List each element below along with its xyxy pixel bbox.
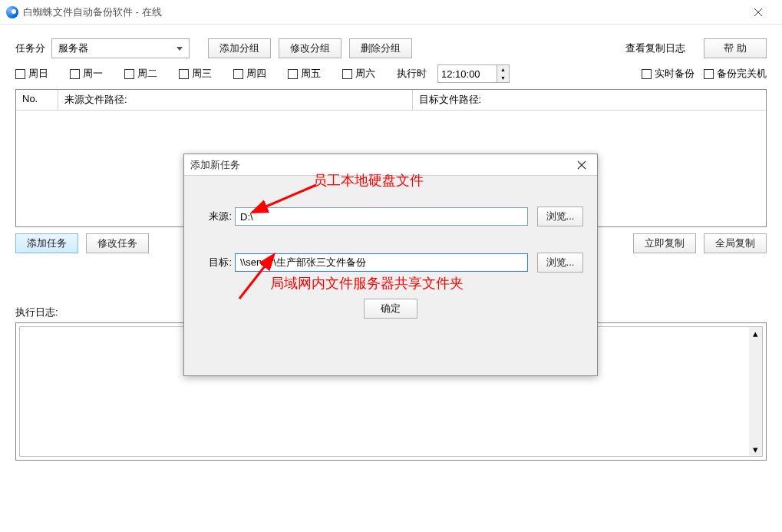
table-header: No. 来源文件路径: 目标文件路径: (16, 90, 766, 111)
add-task-button[interactable]: 添加任务 (15, 233, 78, 253)
target-label: 目标: (198, 256, 232, 269)
global-copy-button[interactable]: 全局复制 (704, 233, 767, 253)
dialog-ok-button[interactable]: 确定 (364, 299, 417, 319)
help-button[interactable]: 帮 助 (704, 38, 767, 58)
col-target-path[interactable]: 目标文件路径: (413, 90, 767, 111)
modify-task-button[interactable]: 修改任务 (86, 233, 149, 253)
titlebar: 白蜘蛛文件自动备份软件 - 在线 (0, 0, 782, 25)
modify-group-button[interactable]: 修改分组 (279, 38, 342, 58)
spinner-down-icon[interactable]: ▼ (497, 74, 509, 82)
source-label: 来源: (198, 210, 232, 223)
dialog-title: 添加新任务 (190, 158, 572, 172)
task-group-label: 任务分 (15, 41, 45, 55)
delete-group-button[interactable]: 删除分组 (349, 38, 412, 58)
source-browse-button[interactable]: 浏览... (537, 207, 583, 226)
checkbox-saturday[interactable]: 周六 (342, 67, 375, 81)
task-group-selected: 服务器 (58, 41, 88, 55)
target-browse-button[interactable]: 浏览... (537, 253, 583, 273)
add-group-button[interactable]: 添加分组 (208, 38, 271, 58)
checkbox-realtime-backup[interactable]: 实时备份 (642, 67, 695, 81)
window-close-button[interactable] (741, 0, 776, 25)
dialog-close-button[interactable] (572, 156, 591, 174)
checkbox-friday[interactable]: 周五 (288, 67, 321, 81)
checkbox-monday[interactable]: 周一 (70, 67, 103, 81)
source-input[interactable] (235, 207, 528, 226)
col-no[interactable]: No. (16, 90, 58, 111)
checkbox-thursday[interactable]: 周四 (233, 67, 266, 81)
add-task-dialog: 添加新任务 来源: 浏览... 目标: 浏览... 确定 员工本地硬盘文件 局域… (183, 154, 598, 376)
copy-now-button[interactable]: 立即复制 (633, 233, 696, 253)
checkbox-sunday[interactable]: 周日 (15, 67, 48, 81)
exec-time-input[interactable] (438, 65, 497, 82)
task-group-select[interactable]: 服务器 (51, 38, 190, 58)
checkbox-tuesday[interactable]: 周二 (124, 67, 157, 81)
checkbox-wednesday[interactable]: 周三 (179, 67, 212, 81)
col-source-path[interactable]: 来源文件路径: (58, 90, 413, 111)
view-copy-log-link[interactable]: 查看复制日志 (625, 41, 685, 55)
annotation-bottom: 局域网内文件服务器共享文件夹 (270, 274, 464, 292)
close-icon (754, 8, 763, 17)
exec-time-spinner[interactable]: ▲▼ (437, 64, 510, 83)
exec-time-label: 执行时 (397, 67, 427, 81)
app-icon (6, 6, 18, 18)
target-input[interactable] (235, 253, 528, 272)
close-icon (577, 160, 586, 170)
scrollbar[interactable]: ▴ ▾ (749, 327, 762, 456)
checkbox-shutdown-after[interactable]: 备份完关机 (704, 67, 767, 81)
scroll-up-icon[interactable]: ▴ (749, 327, 762, 340)
window-title: 白蜘蛛文件自动备份软件 - 在线 (23, 5, 162, 19)
scroll-down-icon[interactable]: ▾ (749, 443, 762, 456)
spinner-up-icon[interactable]: ▲ (497, 65, 509, 74)
